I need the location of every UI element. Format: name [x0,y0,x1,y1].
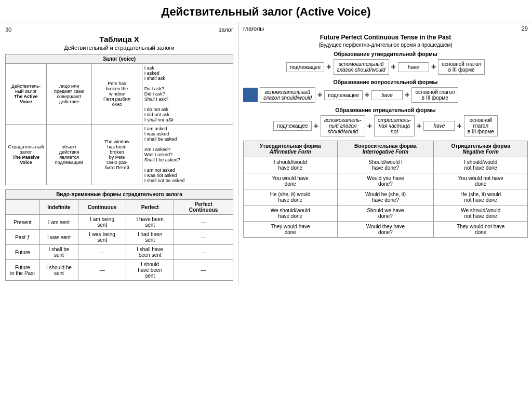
formula-have-int: have [371,90,403,100]
formula-have-aff: have [398,62,429,72]
passive-perfcont-futurepast: — [174,260,233,281]
negative-formula-row: подлежащее + вспомогатель-ный глаголshou… [243,115,528,136]
conjugation-table: Утвердительная формаAffirmative Form Воп… [243,141,528,238]
active-voice-desc: лицо илипредмет самисовершаютдействие [46,64,92,125]
plus-icon: + [405,90,409,100]
plus-icon: + [317,90,322,100]
passive-col-tense [6,200,40,215]
table-row: Futurein the Past I should besent — I sh… [6,260,233,281]
passive-indef-futurepast: I should besent [39,260,78,281]
right-page-num: 29 [522,25,528,32]
passive-cont-past: I was beingsent [78,230,126,245]
formula-verb-neg: основнойглаголв III форме [464,115,498,136]
tablica-title: Таблица X [5,35,233,44]
page-title: Действительный залог (Active Voice) [0,0,532,22]
plus-icon: + [417,121,421,131]
formula-subject: подлежащее [286,62,324,72]
formula-subject-neg: подлежащее [273,121,311,131]
conj-neg-5: They would not havedone [434,222,528,238]
active-voice-example: Pete hasbroken thewindowПетя разбилокно [92,64,142,125]
table-row: They would havedone Would they havedone?… [244,222,528,238]
right-page-label: глаголы [243,25,264,32]
plus-icon: + [457,121,461,131]
right-section-title: Future Perfect Continuous Tense in the P… [243,34,528,41]
passive-tense-present: Present [6,215,40,230]
formula-not-neg: отрицатель-ная частицаnot [374,115,415,136]
conj-int-3: Would he (she, it)have done? [337,189,434,205]
conj-neg-2: You would not havedone [434,173,528,189]
conj-aff-3: He (she, it) wouldhave done [244,189,338,205]
conj-col-affirmative: Утвердительная формаAffirmative Form [244,141,338,157]
conj-int-5: Would they havedone? [337,222,434,238]
active-voice-label: Действитель-ный залогThe ActiveVoice [6,64,47,125]
interrogative-formation: Образование вопросительной формы вспомог… [243,79,528,103]
conj-aff-2: You would havedone [244,173,338,189]
plus-icon: + [431,62,436,72]
affirmative-formation: Образование утвердительной формы подлежа… [243,51,528,75]
tablica-subtitle: Действительный и страдательный залоги [5,45,233,51]
left-column: 30 залог Таблица X Действительный и стра… [0,22,239,285]
main-table-header: Залог (voice) [6,54,233,64]
conj-col-negative: Отрицательная формаNegative Form [434,141,528,157]
passive-voice-forms: I am askedI was askedI shall be asked Am… [142,125,233,185]
passive-perf-present: I have beensent [126,215,174,230]
formula-modal-neg: вспомогатель-ный глаголshould/would [321,115,365,136]
passive-perfcont-past: — [174,230,233,245]
passive-tense-table: Indefinite Continuous Perfect PerfectCon… [5,199,233,281]
plus-icon: + [391,62,396,72]
conj-aff-5: They would havedone [244,222,338,238]
passive-perf-futurepast: I shouldhave beensent [126,260,174,281]
formula-modal-int: вспомогательныйглагол should/would [260,87,315,103]
conj-int-1: Should/would Ihave done? [337,157,434,173]
formula-subject-int: подлежащее [324,90,362,100]
passive-tense-past: Past ƒ [6,230,40,245]
passive-tense-future: Future [6,245,40,260]
passive-perfcont-present: — [174,215,233,230]
interrogative-label: Образование вопросительной формы [243,79,528,85]
passive-tense-future-past: Futurein the Past [6,260,40,281]
conj-aff-4: We should/wouldhave done [244,205,338,222]
negative-label: Образование отрицательной формы [243,107,528,113]
plus-icon: + [367,121,372,131]
right-section-subtitle: (Будущее перфектно-длительное время в пр… [243,42,528,48]
table-row: You would havedone Would you havedone? Y… [244,173,528,189]
blue-square-marker [243,88,258,102]
passive-voice-example: The windowhas beenbrokenby PeteОкно раз-… [92,125,142,185]
table-row: Past ƒ I was sent I was beingsent I had … [6,230,233,245]
table-row: Future I shall besent — I shall havebeen… [6,245,233,260]
passive-cont-future: — [78,245,126,260]
plus-icon: + [365,90,369,100]
main-grammar-table: Залог (voice) Действитель-ный залогThe A… [5,54,233,185]
passive-col-perfect: Perfect [126,200,174,215]
active-voice-forms: I askI askedI shall ask Do I ask?Did I a… [142,64,233,125]
formula-verb-aff: основной глаголв III форме [438,59,485,75]
conj-aff-1: I should/wouldhave done [244,157,338,173]
conj-col-interrogative: Вопросительная формаInterrogative Form [337,141,434,157]
passive-indef-present: I am sent [39,215,78,230]
passive-perf-future: I shall havebeen sent [126,245,174,260]
affirmative-label: Образование утвердительной формы [243,51,528,57]
passive-voice-desc: объектдействияявляетсяподлежащим [46,125,92,185]
passive-perf-past: I had beensent [126,230,174,245]
table-row: Страдатель-ный залогThe PassiveVoice объ… [6,125,233,185]
conj-neg-4: We should/wouldnot have done [434,205,528,222]
table-row: I should/wouldhave done Should/would Iha… [244,157,528,173]
passive-perfcont-future: — [174,245,233,260]
affirmative-formula-row: подлежащее + вспомогательныйглагол shoul… [243,59,528,75]
plus-icon: + [314,121,318,131]
passive-col-continuous: Continuous [78,200,126,215]
conj-neg-1: I should/wouldnot have done [434,157,528,173]
blue-marker-row [243,88,258,102]
passive-col-perf-cont: PerfectContinuous [174,200,233,215]
formula-verb-int: основной глаголв III форме [411,87,458,103]
conj-neg-3: He (she, it) wouldnot have done [434,189,528,205]
formula-modal-aff: вспомогательныйглагол should/would [334,59,389,75]
passive-indef-past: I was sent [39,230,78,245]
passive-cont-present: I am beingsent [78,215,126,230]
passive-col-indefinite: Indefinite [39,200,78,215]
formula-have-neg: have [423,121,455,131]
negative-formation: Образование отрицательной формы подлежащ… [243,107,528,136]
passive-indef-future: I shall besent [39,245,78,260]
conj-int-2: Would you havedone? [337,173,434,189]
plus-icon: + [326,62,331,72]
